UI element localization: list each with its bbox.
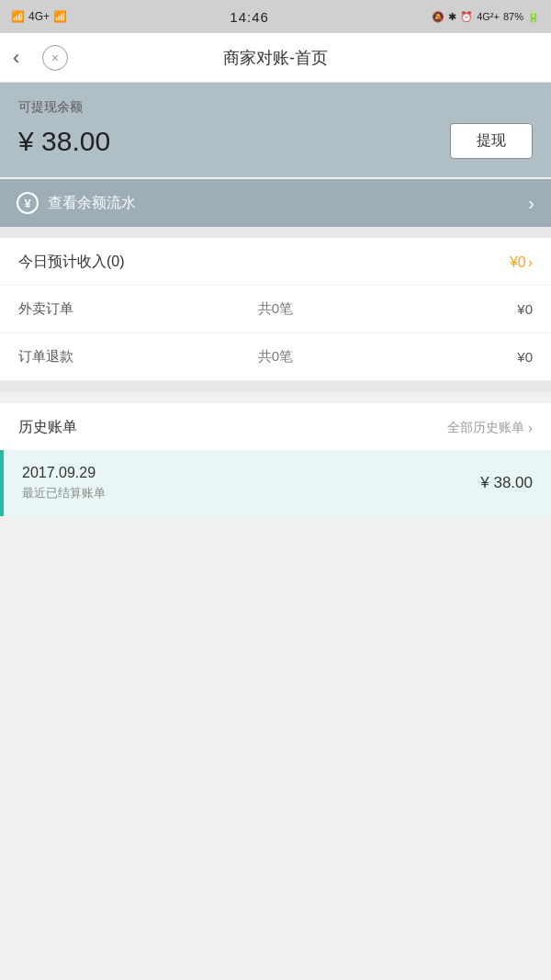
yuan-icon: ¥ [17,192,39,214]
network2-label: 4G²+ [477,11,500,22]
history-all-label: 全部历史账单 [447,420,524,436]
today-income-header: 今日预计收入(0) ¥0 › [0,238,551,286]
history-item-date: 2017.09.29 [22,465,106,481]
view-flow-row[interactable]: ¥ 查看余额流水 › [0,179,551,227]
back-button[interactable]: ‹ [13,46,19,70]
order-row-delivery: 外卖订单 共0笔 ¥0 [0,286,551,333]
bottom-space [0,518,551,591]
page-title: 商家对账-首页 [223,47,328,69]
history-title: 历史账单 [18,418,77,437]
mute-icon: 🔕 [432,11,444,23]
nav-header: ‹ × 商家对账-首页 [0,33,551,83]
order-label-delivery: 外卖订单 [18,300,190,318]
close-button[interactable]: × [42,45,68,71]
order-count-refund: 共0笔 [190,348,362,366]
today-income-title: 今日预计收入(0) [18,253,125,272]
battery-label: 87% [503,11,523,22]
view-flow-label: 查看余额流水 [48,194,136,213]
status-signal: 📶 4G+ 📶 [11,10,67,23]
section-divider-2 [0,381,551,392]
chevron-right-icon: › [528,193,534,214]
order-amount-refund: ¥0 [361,349,533,365]
order-count-delivery: 共0笔 [190,300,362,318]
order-label-refund: 订单退款 [18,348,190,366]
order-amount-delivery: ¥0 [361,301,533,317]
bluetooth-icon: ✱ [448,11,456,23]
balance-label: 可提现余额 [18,99,533,116]
history-chevron-icon: › [528,421,533,435]
today-income-amount: ¥0 [510,254,526,271]
section-divider [0,227,551,238]
status-bar: 📶 4G+ 📶 14:46 🔕 ✱ ⏰ 4G²+ 87% 🔋 [0,0,551,33]
signal-icon: 📶 [11,10,25,23]
balance-row: ¥ 38.00 提现 [18,123,533,159]
signal2-icon: 📶 [53,10,67,23]
history-header: 历史账单 全部历史账单 › [0,403,551,450]
history-item-sub: 最近已结算账单 [22,485,106,501]
today-income-right[interactable]: ¥0 › [510,254,533,271]
status-time: 14:46 [230,9,269,25]
history-item-info: 2017.09.29 最近已结算账单 [22,465,106,501]
history-all-button[interactable]: 全部历史账单 › [447,420,533,436]
order-row-refund: 订单退款 共0笔 ¥0 [0,333,551,381]
history-section: 历史账单 全部历史账单 › 2017.09.29 最近已结算账单 ¥ 38.00 [0,403,551,516]
balance-amount: ¥ 38.00 [18,126,110,157]
view-flow-left: ¥ 查看余额流水 [17,192,136,214]
history-item[interactable]: 2017.09.29 最近已结算账单 ¥ 38.00 [0,450,551,516]
today-income-section: 今日预计收入(0) ¥0 › 外卖订单 共0笔 ¥0 订单退款 共0笔 ¥0 [0,238,551,381]
balance-section: 可提现余额 ¥ 38.00 提现 [0,83,551,177]
history-item-amount: ¥ 38.00 [480,474,533,492]
today-income-chevron: › [528,254,533,271]
status-right: 🔕 ✱ ⏰ 4G²+ 87% 🔋 [432,11,540,23]
withdraw-button[interactable]: 提现 [450,123,533,159]
network-label: 4G+ [28,10,50,23]
alarm-icon: ⏰ [460,11,473,23]
battery-icon: 🔋 [527,11,540,23]
